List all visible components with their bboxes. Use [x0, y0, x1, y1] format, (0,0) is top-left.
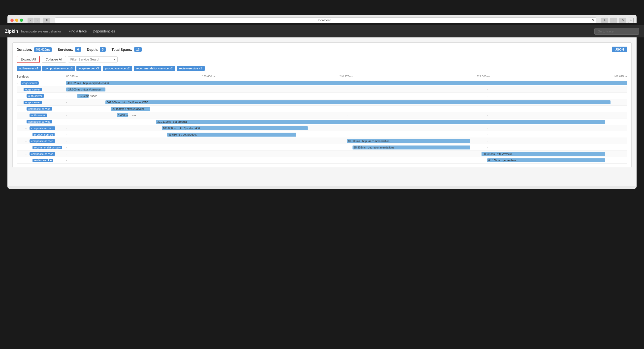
service-cell: -composite-service — [16, 152, 66, 156]
span-dot: · — [628, 133, 628, 136]
span-row[interactable]: product-service····93.580ms : get-produc… — [16, 131, 628, 138]
span-dot: · — [628, 107, 628, 110]
span-row[interactable]: -edge-server··362.000ms : http://api/pro… — [16, 99, 628, 106]
minimize-traffic-light[interactable] — [15, 18, 18, 22]
span-dot: · — [207, 140, 208, 143]
span-dot: · — [628, 94, 628, 97]
span-row[interactable]: review-service····84.159ms : get-reviews — [16, 157, 628, 164]
span-toggle[interactable]: - — [20, 88, 22, 91]
span-dot: · — [487, 107, 488, 110]
span-dot: · — [628, 146, 628, 149]
span-row[interactable]: auth-server·····3.468ms : user — [16, 112, 628, 118]
span-bar[interactable]: 85.336ms : get-recommendations — [352, 145, 470, 149]
sidebar-toggle-button[interactable]: ⊞ — [43, 17, 50, 23]
service-tags: auth-server x4composite-service x6edge-s… — [16, 66, 628, 71]
span-row[interactable]: -composite-service·····26.000ms : https:… — [16, 106, 628, 112]
span-toggle[interactable]: - — [22, 107, 26, 110]
trace-panel: Duration: 401.625ms Services: 6 Depth: 5… — [12, 42, 632, 168]
span-bar-cell: ··321.119ms : get-product — [66, 118, 628, 125]
span-toggle[interactable]: - — [16, 81, 20, 84]
timeline-header: Services 80.325ms160.650ms240.975ms321.3… — [16, 75, 628, 78]
reload-icon[interactable]: ↻ — [592, 18, 594, 22]
depth-stat: Depth: 5 — [87, 47, 106, 52]
add-tab-button[interactable]: + — [628, 17, 634, 23]
span-toggle[interactable]: - — [20, 101, 22, 104]
span-dot: · — [487, 88, 488, 91]
tab-manage-button[interactable]: ⧉ — [619, 17, 626, 23]
download-button[interactable]: ⬇ — [601, 17, 608, 23]
span-bar[interactable]: ·27.000ms : https://uaa/user — [66, 87, 106, 91]
span-bar[interactable]: 93.580ms : get-product — [167, 133, 296, 137]
span-bar[interactable]: 26.000ms : https://uaa/user — [111, 107, 150, 111]
span-dot: · — [487, 114, 488, 117]
span-row[interactable]: -composite-service····89.000ms : http://… — [16, 138, 628, 144]
url-text: localhost — [57, 18, 592, 22]
spans-container: -edge-server401.625ms : http://api/produ… — [16, 80, 628, 164]
span-bar[interactable]: 321.119ms : get-product — [156, 120, 605, 124]
span-dot: · — [207, 159, 208, 162]
services-value: 6 — [75, 47, 81, 52]
depth-value: 5 — [100, 47, 106, 52]
service-tag[interactable]: review-service x2 — [177, 66, 205, 71]
timeline-tick: 321.300ms — [476, 75, 490, 78]
span-bar[interactable]: 3.752ms : user — [78, 94, 88, 98]
close-traffic-light[interactable] — [10, 18, 14, 22]
span-toggle[interactable]: - — [26, 152, 28, 155]
service-cell: product-service — [16, 133, 66, 136]
span-row[interactable]: -composite-service····88.000ms : http://… — [16, 151, 628, 157]
back-button[interactable]: ‹ — [28, 17, 34, 23]
span-row[interactable]: auth-server·····3.752ms : user — [16, 93, 628, 99]
service-name-label: composite-service — [30, 139, 55, 143]
span-toggle[interactable]: - — [26, 127, 28, 130]
controls-row: Expand All Collapse All ▾ — [16, 56, 628, 63]
filter-search-input[interactable] — [70, 57, 114, 61]
span-bar[interactable]: 106.000ms : http://product/456 — [162, 126, 308, 130]
span-toggle[interactable]: - — [26, 140, 28, 143]
span-row[interactable]: -edge-server·····27.000ms : https://uaa/… — [16, 86, 628, 93]
fullscreen-traffic-light[interactable] — [20, 18, 23, 22]
span-dot: · — [487, 133, 488, 136]
service-name-label: product-service — [32, 133, 54, 136]
span-bar[interactable]: 3.468ms : user — [117, 113, 128, 117]
service-name-label: edge-server — [24, 88, 42, 91]
dependencies-link[interactable]: Dependencies — [93, 29, 115, 33]
span-bar[interactable]: 88.000ms : http://review — [482, 152, 605, 156]
span-bar[interactable]: 362.000ms : http://api/product/456 — [106, 100, 610, 104]
expand-all-button[interactable]: Expand All — [16, 56, 40, 63]
span-bar[interactable]: 84.159ms : get-reviews — [487, 158, 605, 162]
service-tag[interactable]: product-service x2 — [103, 66, 132, 71]
duration-stat: Duration: 401.625ms — [16, 47, 52, 52]
service-tag[interactable]: auth-server x4 — [16, 66, 41, 71]
services-col-header: Services — [16, 75, 66, 78]
goto-trace-input[interactable] — [594, 28, 639, 35]
span-toggle[interactable]: - — [22, 120, 26, 123]
span-bar-cell: ·····3.468ms : user — [66, 112, 628, 118]
find-trace-link[interactable]: Find a trace — [68, 29, 87, 33]
share-button[interactable]: ↑ — [610, 17, 617, 23]
span-row[interactable]: recommendation-serv·····85.336ms : get-r… — [16, 144, 628, 151]
span-bar[interactable]: 401.625ms : http://api/product/456 — [66, 81, 628, 85]
span-dot: · — [628, 120, 628, 123]
span-dot: · — [66, 140, 67, 143]
span-bar[interactable]: 89.000ms : http://recommendation — [347, 139, 470, 143]
span-dot: · — [66, 152, 67, 155]
collapse-all-button[interactable]: Collapse All — [42, 56, 66, 63]
span-row[interactable]: -composite-service····106.000ms : http:/… — [16, 125, 628, 131]
total-spans-stat: Total Spans: 13 — [112, 47, 142, 52]
forward-button[interactable]: › — [34, 17, 40, 23]
app-tagline: Investigate system behavior — [21, 29, 61, 33]
service-tag[interactable]: edge-server x3 — [76, 66, 101, 71]
filter-search-container[interactable]: ▾ — [68, 56, 118, 62]
json-button[interactable]: JSON — [612, 47, 628, 52]
service-tag[interactable]: recommendation-service x2 — [134, 66, 175, 71]
duration-value: 401.625ms — [34, 47, 52, 52]
span-dot: · — [207, 88, 208, 91]
service-name-label: auth-server — [30, 113, 47, 117]
span-dot: · — [207, 107, 208, 110]
span-row[interactable]: -composite-service··321.119ms : get-prod… — [16, 118, 628, 125]
span-bar-cell: ··362.000ms : http://api/product/456 — [66, 99, 628, 105]
span-row[interactable]: -edge-server401.625ms : http://api/produ… — [16, 80, 628, 86]
service-cell: recommendation-serv — [16, 146, 66, 149]
url-bar[interactable]: localhost ↻ — [55, 17, 596, 23]
service-tag[interactable]: composite-service x6 — [42, 66, 75, 71]
